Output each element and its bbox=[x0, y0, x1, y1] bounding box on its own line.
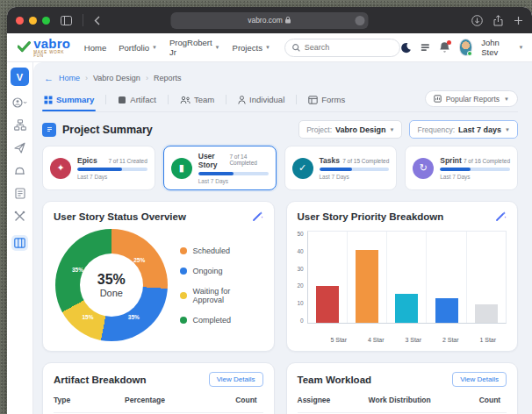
tasks-icon: ✓ bbox=[292, 158, 313, 179]
back-icon[interactable] bbox=[94, 16, 100, 25]
segment-label-ongoing: 35% bbox=[128, 313, 140, 319]
breadcrumb-reports[interactable]: Reports bbox=[154, 74, 182, 82]
card-title: Team Workload bbox=[298, 375, 372, 385]
donut-center: 35% Done bbox=[80, 253, 143, 317]
minimize-window-button[interactable] bbox=[29, 17, 37, 25]
bell-outline-icon[interactable] bbox=[14, 165, 25, 176]
chevron-down-icon: ▼ bbox=[505, 127, 510, 132]
share-icon[interactable] bbox=[493, 15, 503, 26]
user-avatar[interactable] bbox=[459, 39, 473, 56]
vabro-logo[interactable]: vabro Make Work Fun bbox=[18, 37, 72, 59]
bar-3-star bbox=[395, 294, 418, 323]
priority-breakdown-card: User Story Priority Breakdown 5040302010… bbox=[286, 201, 519, 352]
menu-projects[interactable]: Projects▼ bbox=[233, 43, 270, 53]
chevron-right-icon: › bbox=[85, 74, 88, 82]
zoom-window-button[interactable] bbox=[42, 17, 50, 25]
chevron-down-icon[interactable]: ▼ bbox=[518, 45, 523, 50]
logo-wordmark: vabro bbox=[33, 37, 72, 50]
stats-row: ✦ Epics7 of 11 Created Last 7 Days ▮ Use… bbox=[42, 146, 518, 190]
progress-track bbox=[77, 168, 147, 171]
lock-icon bbox=[285, 17, 291, 24]
chevron-down-icon: ▼ bbox=[504, 96, 509, 102]
frequency-filter-dropdown[interactable]: Frequency: Last 7 days ▼ bbox=[409, 120, 518, 139]
chevron-down-icon: ▼ bbox=[152, 45, 157, 50]
browser-window: vabro.com vabro Make Work Fun Home Portf… bbox=[7, 7, 532, 414]
legend-dot bbox=[180, 317, 187, 324]
card-title: User Story Priority Breakdown bbox=[298, 211, 444, 222]
artifact-icon bbox=[118, 96, 126, 104]
back-arrow-icon[interactable]: ← bbox=[44, 73, 54, 83]
segment-label-scheduled: 25% bbox=[133, 256, 145, 262]
workspace-tile[interactable]: V bbox=[11, 68, 29, 86]
project-filter-dropdown[interactable]: Project: Vabro Design ▼ bbox=[298, 120, 402, 139]
search-box[interactable] bbox=[284, 39, 400, 57]
bar-chart: 50403020100 bbox=[298, 231, 507, 334]
logo-check-icon bbox=[18, 41, 31, 54]
forms-icon bbox=[308, 96, 318, 104]
team-icon bbox=[180, 96, 191, 104]
notebook-icon[interactable] bbox=[15, 188, 25, 199]
sprint-icon: ↻ bbox=[413, 158, 434, 179]
magic-wand-icon[interactable] bbox=[495, 211, 507, 222]
address-bar[interactable]: vabro.com bbox=[171, 12, 369, 29]
tab-team[interactable]: Team bbox=[178, 91, 216, 111]
search-icon bbox=[292, 44, 300, 52]
stat-card-epics[interactable]: ✦ Epics7 of 11 Created Last 7 Days bbox=[42, 146, 155, 190]
progress-fill bbox=[440, 168, 471, 171]
breadcrumb: ← Home › Vabro Design › Reports bbox=[42, 71, 518, 90]
stat-card-user-story[interactable]: ▮ User Story7 of 14 Completed Last 7 Day… bbox=[163, 146, 277, 190]
card-title: Artifact Breakdown bbox=[54, 375, 146, 385]
icon-rail: V bbox=[7, 62, 33, 414]
team-workload-card: Team Workload View Details Assignee Work… bbox=[286, 362, 519, 414]
card-title: User Story Status Overview bbox=[54, 211, 186, 222]
user-name[interactable]: John Stev bbox=[481, 38, 509, 57]
new-tab-icon[interactable] bbox=[514, 16, 523, 25]
notifications-button[interactable] bbox=[439, 41, 450, 54]
x-axis-labels: 5 Star4 Star3 Star2 Star1 Star bbox=[320, 337, 507, 343]
sitemap-icon[interactable] bbox=[14, 119, 26, 131]
view-details-button[interactable]: View Details bbox=[209, 372, 263, 387]
breadcrumb-project[interactable]: Vabro Design bbox=[93, 74, 140, 82]
stat-card-sprint[interactable]: ↻ Sprint7 of 16 Completed Last 7 Days bbox=[405, 146, 518, 190]
paper-plane-icon[interactable] bbox=[14, 142, 25, 153]
chevron-right-icon: › bbox=[146, 74, 148, 82]
progress-track bbox=[198, 172, 269, 175]
browser-chrome: vabro.com bbox=[7, 7, 532, 33]
online-status-dot bbox=[467, 51, 472, 56]
menu-home[interactable]: Home bbox=[84, 43, 106, 53]
menu-program[interactable]: ProgRobert Jr▼ bbox=[169, 38, 220, 57]
report-icon bbox=[434, 95, 442, 103]
person-icon bbox=[238, 96, 246, 104]
magic-wand-icon[interactable] bbox=[252, 211, 263, 222]
epics-icon: ✦ bbox=[50, 158, 71, 179]
tools-icon[interactable] bbox=[14, 211, 25, 222]
progress-fill bbox=[198, 172, 234, 175]
legend-item: Waiting for Approval bbox=[180, 287, 263, 304]
donut-ring: 25% 35% 15% 35% 35% Done bbox=[55, 229, 168, 341]
sidebar-toggle-icon[interactable] bbox=[61, 16, 72, 25]
tab-summary[interactable]: Summary bbox=[42, 91, 96, 111]
menu-portfolio[interactable]: Portfolio▼ bbox=[119, 43, 157, 53]
download-icon[interactable] bbox=[471, 15, 483, 26]
stat-card-tasks[interactable]: ✓ Tasks7 of 15 Completed Last 7 Days bbox=[284, 146, 398, 190]
progress-fill bbox=[77, 168, 122, 171]
y-axis: 50403020100 bbox=[298, 231, 307, 334]
changelog-icon[interactable] bbox=[421, 42, 430, 53]
popular-reports-dropdown[interactable]: Popular Reports ▼ bbox=[425, 90, 518, 107]
dark-mode-icon[interactable] bbox=[400, 40, 412, 55]
segment-label-waiting: 15% bbox=[82, 313, 93, 319]
close-window-button[interactable] bbox=[16, 17, 24, 25]
breadcrumb-home[interactable]: Home bbox=[59, 74, 80, 82]
board-icon[interactable] bbox=[11, 235, 28, 251]
progress-track bbox=[320, 168, 390, 171]
view-details-button[interactable]: View Details bbox=[452, 372, 507, 387]
search-input[interactable] bbox=[305, 43, 392, 52]
table-header: Assignee Work Distribution Count bbox=[298, 396, 507, 404]
tab-forms[interactable]: Forms bbox=[306, 91, 347, 111]
workspace-avatar-icon[interactable] bbox=[12, 97, 27, 108]
extension-badge-icon[interactable] bbox=[356, 16, 365, 25]
tab-artifact[interactable]: Artifact bbox=[116, 91, 158, 111]
grid-icon bbox=[44, 96, 53, 104]
tab-individual[interactable]: Individual bbox=[236, 91, 286, 111]
project-summary-icon bbox=[42, 123, 56, 137]
